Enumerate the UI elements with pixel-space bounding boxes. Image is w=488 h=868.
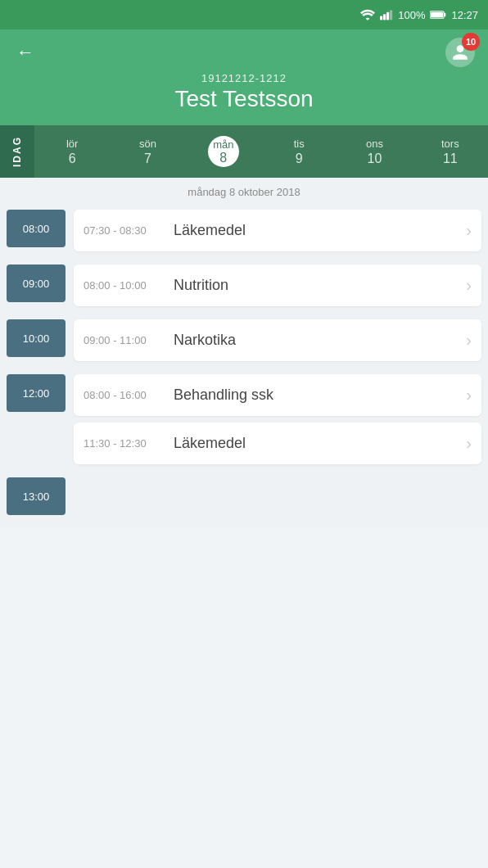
day-name: mån	[213, 138, 233, 151]
events-column: 08:00 - 10:00Nutrition›	[66, 258, 488, 313]
event-name: Läkemedel	[174, 222, 466, 239]
day-number: 7	[144, 151, 151, 166]
day-nav: IDAG lör6sön7mån8tis9ons10tors11	[0, 125, 488, 178]
chevron-right-icon: ›	[466, 331, 472, 350]
events-column: 07:30 - 08:30Läkemedel›	[66, 203, 488, 258]
event-time: 07:30 - 08:30	[84, 224, 174, 237]
signal-icon	[380, 9, 393, 20]
event-name: Narkotika	[174, 332, 466, 349]
notification-badge: 10	[462, 33, 480, 51]
time-label: 08:00	[7, 210, 66, 247]
time-row: 10:0009:00 - 11:00Narkotika›	[0, 313, 488, 368]
day-name: tis	[294, 138, 305, 150]
battery-icon	[430, 10, 446, 20]
event-name: Behandling ssk	[174, 387, 466, 404]
timeline-section: 10:0009:00 - 11:00Narkotika›	[0, 313, 488, 368]
timeline-container: 08:0007:30 - 08:30Läkemedel›09:0008:00 -…	[0, 203, 488, 528]
day-number: 11	[443, 151, 458, 166]
patient-name: Test Testsson	[174, 86, 313, 112]
back-button[interactable]: ←	[13, 38, 38, 66]
day-item-tis[interactable]: tis9	[261, 125, 337, 178]
battery-text: 100%	[398, 9, 425, 21]
today-label: IDAG	[0, 125, 34, 178]
day-number: 8	[219, 151, 227, 165]
timeline-section: 12:0008:00 - 16:00Behandling ssk›11:30 -…	[0, 368, 488, 471]
header: ← 10 19121212-1212 Test Testsson	[0, 29, 488, 125]
event-card[interactable]: 08:00 - 16:00Behandling ssk›	[74, 374, 481, 416]
events-column: 09:00 - 11:00Narkotika›	[66, 313, 488, 368]
time-label: 12:00	[7, 374, 66, 412]
header-top: ← 10	[13, 38, 475, 67]
day-name: ons	[366, 138, 383, 150]
chevron-right-icon: ›	[466, 276, 472, 295]
timeline-section-end: 13:00	[0, 471, 488, 528]
chevron-right-icon: ›	[466, 386, 472, 405]
svg-rect-2	[386, 12, 389, 20]
event-card[interactable]: 11:30 - 12:30Läkemedel›	[74, 423, 481, 464]
timeline-section: 09:0008:00 - 10:00Nutrition›	[0, 258, 488, 313]
timeline-area: måndag 8 oktober 2018 08:0007:30 - 08:30…	[0, 178, 488, 528]
chevron-right-icon: ›	[466, 434, 472, 453]
chevron-right-icon: ›	[466, 221, 472, 240]
event-name: Nutrition	[174, 277, 466, 294]
time-row: 12:0008:00 - 16:00Behandling ssk›11:30 -…	[0, 368, 488, 471]
event-name: Läkemedel	[174, 435, 466, 452]
event-time: 11:30 - 12:30	[84, 437, 174, 450]
timeline-section: 08:0007:30 - 08:30Läkemedel›	[0, 203, 488, 258]
day-number: 9	[296, 151, 303, 166]
day-item-lör[interactable]: lör6	[34, 125, 110, 178]
event-card[interactable]: 09:00 - 11:00Narkotika›	[74, 319, 481, 361]
day-name: lör	[66, 138, 78, 150]
svg-rect-0	[380, 16, 382, 20]
time-display: 12:27	[451, 9, 478, 21]
day-name: sön	[139, 138, 156, 150]
time-label-end: 13:00	[7, 477, 66, 515]
day-circle: mån8	[208, 136, 239, 167]
svg-rect-5	[445, 13, 446, 16]
day-item-tors[interactable]: tors11	[413, 125, 488, 178]
time-row: 08:0007:30 - 08:30Läkemedel›	[0, 203, 488, 258]
day-number: 10	[368, 151, 382, 166]
events-column: 08:00 - 16:00Behandling ssk›11:30 - 12:3…	[66, 368, 488, 471]
event-time: 08:00 - 10:00	[84, 279, 174, 292]
time-label: 10:00	[7, 319, 66, 357]
event-card[interactable]: 08:00 - 10:00Nutrition›	[74, 264, 481, 306]
day-number: 6	[69, 151, 76, 166]
time-label: 09:00	[7, 264, 66, 302]
svg-rect-3	[390, 10, 392, 20]
date-label: måndag 8 oktober 2018	[0, 178, 488, 203]
event-time: 08:00 - 16:00	[84, 389, 174, 401]
wifi-icon	[360, 9, 375, 20]
day-item-mån[interactable]: mån8	[186, 125, 261, 178]
day-item-sön[interactable]: sön7	[110, 125, 185, 178]
status-icons: 100% 12:27	[360, 9, 478, 21]
patient-id: 19121212-1212	[201, 72, 287, 84]
day-item-ons[interactable]: ons10	[337, 125, 412, 178]
event-card[interactable]: 07:30 - 08:30Läkemedel›	[74, 210, 481, 251]
notification-button[interactable]: 10	[445, 38, 475, 67]
time-row: 09:0008:00 - 10:00Nutrition›	[0, 258, 488, 313]
svg-rect-1	[383, 14, 386, 20]
event-time: 09:00 - 11:00	[84, 334, 174, 346]
day-name: tors	[441, 138, 459, 150]
day-nav-days: lör6sön7mån8tis9ons10tors11	[34, 125, 488, 178]
status-bar: 100% 12:27	[0, 0, 488, 29]
svg-rect-6	[432, 12, 444, 17]
